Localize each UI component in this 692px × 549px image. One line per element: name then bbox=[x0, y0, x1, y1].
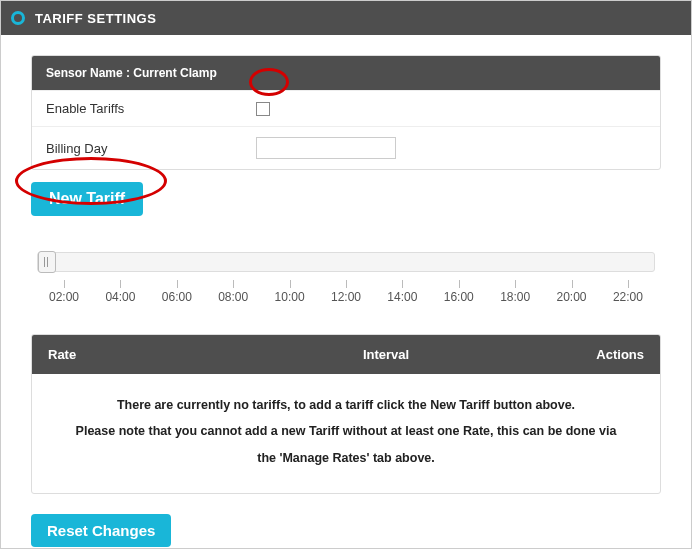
tick-label: 08:00 bbox=[218, 280, 248, 304]
timeline-slider-handle[interactable] bbox=[38, 251, 56, 273]
titlebar: TARIFF SETTINGS bbox=[1, 1, 691, 35]
empty-line-3: the 'Manage Rates' tab above. bbox=[52, 445, 640, 471]
empty-line-2: Please note that you cannot add a new Ta… bbox=[52, 418, 640, 444]
col-header-rate: Rate bbox=[48, 347, 228, 362]
timeline-slider-track[interactable] bbox=[37, 252, 655, 272]
col-header-actions: Actions bbox=[544, 347, 644, 362]
tick-label: 06:00 bbox=[162, 280, 192, 304]
timeline-ticks: 02:00 04:00 06:00 08:00 10:00 12:00 14:0… bbox=[31, 280, 661, 304]
sensor-settings-panel: Sensor Name : Current Clamp Enable Tarif… bbox=[31, 55, 661, 170]
timeline-slider-area: 02:00 04:00 06:00 08:00 10:00 12:00 14:0… bbox=[31, 252, 661, 304]
tariff-table-panel: Rate Interval Actions There are currentl… bbox=[31, 334, 661, 494]
tick-label: 12:00 bbox=[331, 280, 361, 304]
tick-label: 18:00 bbox=[500, 280, 530, 304]
sensor-name-header: Sensor Name : Current Clamp bbox=[32, 56, 660, 90]
content: Sensor Name : Current Clamp Enable Tarif… bbox=[1, 35, 691, 549]
col-header-interval: Interval bbox=[228, 347, 544, 362]
page-title: TARIFF SETTINGS bbox=[35, 11, 156, 26]
billing-day-label: Billing Day bbox=[46, 141, 256, 156]
tariff-table-header: Rate Interval Actions bbox=[32, 335, 660, 374]
enable-tariffs-row: Enable Tariffs bbox=[32, 90, 660, 126]
enable-tariffs-checkbox[interactable] bbox=[256, 102, 270, 116]
tick-label: 10:00 bbox=[275, 280, 305, 304]
enable-tariffs-label: Enable Tariffs bbox=[46, 101, 256, 116]
tariff-table-empty-message: There are currently no tariffs, to add a… bbox=[32, 374, 660, 493]
tick-label: 04:00 bbox=[105, 280, 135, 304]
empty-line-1: There are currently no tariffs, to add a… bbox=[52, 392, 640, 418]
tick-label: 14:00 bbox=[387, 280, 417, 304]
billing-day-input[interactable] bbox=[256, 137, 396, 159]
reset-changes-button[interactable]: Reset Changes bbox=[31, 514, 171, 547]
tick-label: 20:00 bbox=[557, 280, 587, 304]
billing-day-row: Billing Day bbox=[32, 126, 660, 169]
tick-label: 22:00 bbox=[613, 280, 643, 304]
app-status-icon bbox=[11, 11, 25, 25]
tick-label: 02:00 bbox=[49, 280, 79, 304]
tick-label: 16:00 bbox=[444, 280, 474, 304]
new-tariff-button[interactable]: New Tariff bbox=[31, 182, 143, 216]
